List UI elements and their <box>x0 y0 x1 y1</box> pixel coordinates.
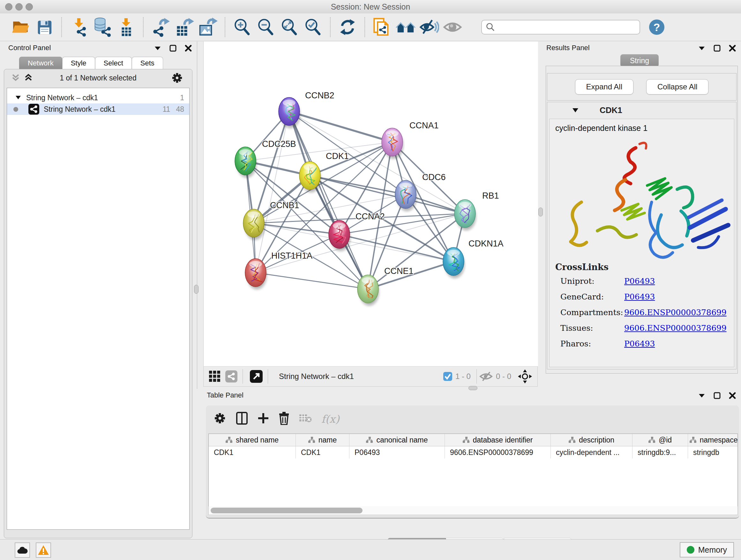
crosslink-compartments-link[interactable]: 9606.ENSP00000378699 <box>624 308 727 317</box>
network-collection-row[interactable]: String Network – cdk1 1 <box>7 92 189 104</box>
collection-expander-icon[interactable] <box>15 96 21 100</box>
tab-select[interactable]: Select <box>95 57 132 69</box>
table-panel-close-icon[interactable] <box>728 391 737 400</box>
results-panel-float-icon[interactable] <box>713 44 721 52</box>
table-row[interactable]: CDK1 CDK1 P06493 9606.ENSP00000378699 cy… <box>209 446 738 458</box>
tab-sets[interactable]: Sets <box>132 57 163 69</box>
export-table-icon[interactable] <box>174 17 194 37</box>
crosslink-genecard-link[interactable]: P06493 <box>624 292 655 301</box>
cloud-status-button[interactable] <box>15 543 30 558</box>
node-table-header-row: shared name name canonical name database… <box>209 434 738 446</box>
tab-network[interactable]: Network <box>19 57 62 69</box>
node-table: shared name name canonical name database… <box>208 434 738 507</box>
graph-node-CDC6[interactable] <box>395 180 416 211</box>
graph-edge-CCNB2-CCNA1[interactable] <box>289 111 392 142</box>
search-box <box>481 20 640 35</box>
warning-icon <box>38 545 49 555</box>
graph-node-CCNB2[interactable] <box>279 98 300 128</box>
hide-graphics-details-icon[interactable] <box>419 17 439 37</box>
column-header-description[interactable]: description <box>551 434 632 446</box>
zoom-in-icon[interactable] <box>232 17 252 37</box>
navigator-crosshair-icon[interactable] <box>518 369 532 384</box>
graph-node-label-HIST1H1A: HIST1H1A <box>271 251 313 260</box>
entry-expander-icon[interactable] <box>572 108 579 113</box>
crosslink-uniprot-link[interactable]: P06493 <box>624 276 655 286</box>
right-splitter-handle[interactable] <box>538 207 543 216</box>
new-network-from-selection-icon[interactable] <box>372 17 392 37</box>
refresh-icon[interactable] <box>338 17 357 37</box>
network-row[interactable]: String Network – cdk1 11 48 <box>7 104 189 115</box>
results-panel-close-icon[interactable] <box>728 44 737 52</box>
export-image-icon[interactable] <box>198 17 218 37</box>
graph-edge-CCNB2-CCNE1[interactable] <box>289 111 368 289</box>
table-panel-menu-icon[interactable] <box>697 391 706 400</box>
import-table-icon[interactable] <box>116 17 136 37</box>
graph-node-HIST1H1A[interactable] <box>245 259 266 289</box>
column-header-shared-name[interactable]: shared name <box>209 434 296 446</box>
search-input[interactable] <box>495 22 630 32</box>
zoom-selected-icon[interactable] <box>303 17 323 37</box>
save-session-icon[interactable] <box>35 17 54 37</box>
memory-status-dot <box>687 546 694 554</box>
graph-node-CDC25B[interactable] <box>235 147 256 178</box>
collapse-all-button[interactable]: Collapse All <box>646 79 709 95</box>
column-header-canonical-name[interactable]: canonical name <box>349 434 445 446</box>
import-database-icon[interactable] <box>92 17 112 37</box>
table-panel-float-icon[interactable] <box>713 391 721 400</box>
results-panel-menu-icon[interactable] <box>697 44 706 52</box>
memory-button[interactable]: Memory <box>680 542 734 557</box>
tab-style[interactable]: Style <box>62 57 95 69</box>
open-session-icon[interactable] <box>11 17 30 37</box>
export-network-icon[interactable] <box>151 17 171 37</box>
network-tree: String Network – cdk1 1 String Network –… <box>7 88 190 530</box>
control-panel-menu-icon[interactable] <box>153 44 162 52</box>
bottom-splitter-handle[interactable] <box>468 386 477 390</box>
graph-edge-CCNE1-HIST1H1A[interactable] <box>256 273 368 289</box>
scrollbar-thumb[interactable] <box>211 508 362 513</box>
tab-string-results[interactable]: String <box>620 54 659 67</box>
column-header-namespace[interactable]: namespace <box>688 434 739 446</box>
network-options-gear-icon[interactable] <box>171 72 183 85</box>
help-icon[interactable]: ? <box>649 19 664 35</box>
import-network-icon[interactable] <box>69 17 89 37</box>
graph-node-RB1[interactable] <box>455 199 476 230</box>
column-header-database-identifier[interactable]: database identifier <box>445 434 551 446</box>
entry-description: cyclin-dependent kinase 1 <box>555 124 734 133</box>
add-column-icon[interactable] <box>258 413 269 425</box>
selected-checkbox-icon[interactable] <box>443 372 452 381</box>
crosslink-pharos-link[interactable]: P06493 <box>624 339 655 348</box>
left-splitter-handle[interactable] <box>194 285 199 294</box>
graph-node-CDKN1A[interactable] <box>443 247 464 278</box>
graph-node-CCNB1[interactable] <box>243 209 265 240</box>
column-header-id[interactable]: @id <box>632 434 688 446</box>
expand-all-button[interactable]: Expand All <box>575 79 633 95</box>
zoom-out-icon[interactable] <box>256 17 276 37</box>
control-panel-close-icon[interactable] <box>184 44 192 52</box>
zoom-fit-icon[interactable] <box>280 17 299 37</box>
share-view-icon[interactable] <box>225 370 238 382</box>
window-title: Session: New Session <box>0 2 741 11</box>
graph-node-CCNA2[interactable] <box>329 220 350 251</box>
crosslink-label: Tissues: <box>560 323 624 333</box>
column-header-name[interactable]: name <box>296 434 349 446</box>
collection-label: String Network – cdk1 <box>26 94 98 102</box>
entry-name: CDK1 <box>600 105 622 115</box>
table-horizontal-scrollbar[interactable] <box>208 506 738 515</box>
graph-node-CCNE1[interactable] <box>357 275 379 306</box>
network-canvas[interactable]: CCNB2CCNA1CDC25BCDK1CDC6RB1CCNB1CCNA2CDK… <box>203 42 538 366</box>
network-node-count: 11 <box>163 105 171 114</box>
show-graphics-details-icon[interactable] <box>443 17 463 37</box>
crosslink-tissues-link[interactable]: 9606.ENSP00000378699 <box>624 323 727 333</box>
table-options-gear-icon[interactable] <box>213 412 226 426</box>
graph-edge-CCNB2-HIST1H1A[interactable] <box>256 111 289 273</box>
detach-view-icon[interactable] <box>250 370 263 383</box>
collection-count: 1 <box>180 94 184 102</box>
delete-column-icon[interactable] <box>279 412 289 426</box>
show-columns-icon[interactable] <box>236 412 248 426</box>
graph-node-label-RB1: RB1 <box>482 191 499 200</box>
string-home-icon[interactable] <box>396 17 415 37</box>
grid-view-icon[interactable] <box>209 370 221 382</box>
warnings-button[interactable] <box>36 543 51 558</box>
crosslinks-section: CrossLinks Uniprot:P06493 GeneCard:P0649… <box>555 262 727 355</box>
control-panel-float-icon[interactable] <box>169 44 177 52</box>
